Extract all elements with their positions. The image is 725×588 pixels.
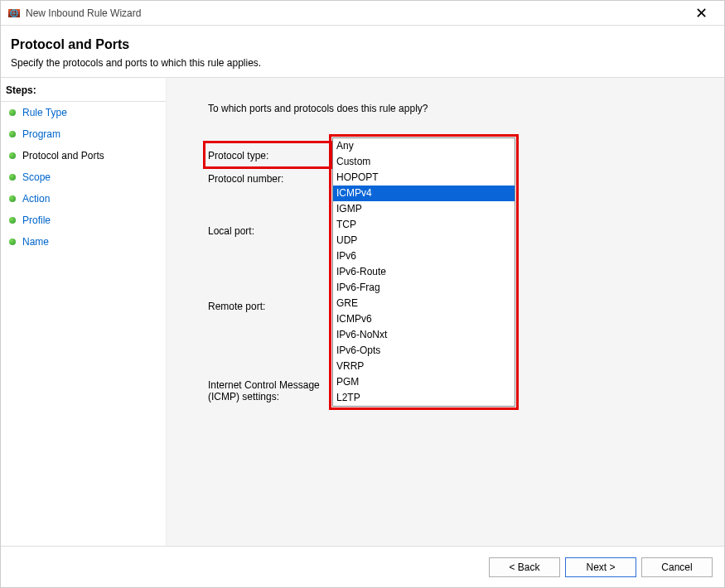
back-button[interactable]: < Back [489, 557, 560, 577]
window-title: New Inbound Rule Wizard [26, 7, 679, 19]
step-label: Name [22, 236, 49, 248]
option-igmp[interactable]: IGMP [333, 201, 515, 217]
label-protocol-type: Protocol type: [208, 147, 332, 166]
content-panel: To which ports and protocols does this r… [167, 78, 724, 546]
option-gre[interactable]: GRE [333, 296, 515, 311]
label-protocol-number: Protocol number: [208, 171, 332, 185]
option-l2tp[interactable]: L2TP [333, 390, 515, 406]
bullet-icon [9, 131, 16, 137]
firewall-icon [7, 7, 21, 20]
protocol-type-option-list[interactable]: Any Custom HOPOPT ICMPv4 IGMP TCP UDP IP… [332, 137, 515, 407]
label-remote-port: Remote port: [208, 298, 332, 312]
step-protocol-and-ports: Protocol and Ports [1, 145, 166, 166]
steps-heading: Steps: [1, 78, 166, 102]
footer: < Back Next > Cancel [1, 546, 724, 587]
option-udp[interactable]: UDP [333, 233, 515, 248]
steps-panel: Steps: Rule Type Program Protocol and Po… [1, 78, 167, 546]
option-pgm[interactable]: PGM [333, 374, 515, 390]
option-ipv6-frag[interactable]: IPv6-Frag [333, 280, 515, 296]
option-custom[interactable]: Custom [333, 154, 515, 170]
bullet-icon [9, 239, 16, 245]
protocol-type-dropdown: Any Custom HOPOPT ICMPv4 IGMP TCP UDP IP… [332, 137, 515, 407]
close-button[interactable]: ✕ [684, 6, 718, 21]
bullet-icon [9, 152, 16, 159]
option-hopopt[interactable]: HOPOPT [333, 170, 515, 186]
prompt-text: To which ports and protocols does this r… [208, 103, 699, 114]
titlebar: New Inbound Rule Wizard ✕ [1, 1, 724, 26]
body: Steps: Rule Type Program Protocol and Po… [1, 78, 724, 546]
step-label: Program [22, 128, 60, 140]
steps-list: Rule Type Program Protocol and Ports Sco… [1, 102, 166, 253]
wizard-window: New Inbound Rule Wizard ✕ Protocol and P… [0, 0, 725, 588]
step-action[interactable]: Action [1, 188, 166, 210]
option-ipv6-route[interactable]: IPv6-Route [333, 264, 515, 280]
option-any[interactable]: Any [333, 138, 515, 154]
step-profile[interactable]: Profile [1, 210, 166, 231]
step-label: Profile [22, 214, 51, 226]
step-program[interactable]: Program [1, 123, 166, 145]
bullet-icon [9, 174, 16, 181]
option-ipv6-opts[interactable]: IPv6-Opts [333, 343, 515, 359]
step-label: Rule Type [22, 107, 67, 118]
label-icmp-settings: Internet Control Message (ICMP) settings… [208, 377, 332, 402]
step-rule-type[interactable]: Rule Type [1, 102, 166, 123]
option-tcp[interactable]: TCP [333, 217, 515, 233]
page-title: Protocol and Ports [11, 37, 714, 52]
next-button[interactable]: Next > [565, 557, 636, 577]
option-icmpv4[interactable]: ICMPv4 [333, 186, 515, 201]
cancel-button[interactable]: Cancel [641, 557, 713, 577]
step-label: Action [22, 193, 50, 205]
option-ipv6-nonxt[interactable]: IPv6-NoNxt [333, 327, 515, 343]
header: Protocol and Ports Specify the protocols… [1, 26, 724, 78]
close-icon: ✕ [695, 5, 708, 22]
step-label: Protocol and Ports [22, 150, 104, 161]
step-label: Scope [22, 171, 51, 183]
bullet-icon [9, 217, 16, 224]
bullet-icon [9, 109, 16, 116]
option-ipv6[interactable]: IPv6 [333, 248, 515, 264]
bullet-icon [9, 195, 16, 202]
option-icmpv6[interactable]: ICMPv6 [333, 311, 515, 327]
option-vrrp[interactable]: VRRP [333, 359, 515, 374]
step-scope[interactable]: Scope [1, 166, 166, 188]
page-subtitle: Specify the protocols and ports to which… [11, 57, 714, 69]
label-local-port: Local port: [208, 223, 332, 237]
step-name[interactable]: Name [1, 231, 166, 253]
